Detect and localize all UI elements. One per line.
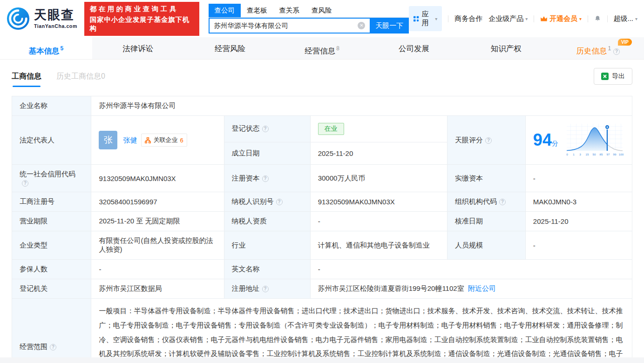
tianyancha-logo-icon [7,7,30,30]
search-box: ✕ [209,18,370,34]
field-label: 注册资本? [224,165,310,192]
help-icon[interactable]: ? [485,137,492,144]
table-row: 企业类型 有限责任公司(自然人投资或控股的法人独资) 行业 计算机、通信和其他电… [12,231,632,260]
table-row: 营业期限 2025-11-20 至 无固定期限 纳税人资质 - 核准日期 202… [12,212,632,231]
tab-development-label: 公司发展 [399,44,429,53]
divider [534,15,534,22]
notification-bell-icon[interactable] [594,14,601,23]
related-companies-badge[interactable]: 关联企业 6 [141,134,187,147]
tab-history-label: 历史信息 [576,47,607,55]
tab-legal-label: 法律诉讼 [122,44,153,53]
apps-grid-icon [414,15,419,22]
sub-tabbar: 工商信息 历史工商信息0 导出 [0,60,644,91]
divider [588,15,588,22]
tab-company-development[interactable]: 公司发展 [368,37,460,59]
clear-search-icon[interactable]: ✕ [358,22,365,29]
tianyancha-logo[interactable]: 天眼查 TianYanCha.com [7,7,77,30]
field-label: 法定代表人 [12,116,91,165]
chevron-down-icon: ▾ [635,16,637,21]
apps-label: 应用 [422,10,433,27]
paid-capital-value: - [525,165,632,192]
excel-icon [601,73,609,80]
business-scope-label: 经营范围 [20,343,47,350]
search-tab-company[interactable]: 查公司 [209,4,241,17]
field-label: 英文名称 [224,260,310,279]
tianyancha-page: 天眼查 TianYanCha.com 都在用的商业查询工具 国家中小企业发展子基… [0,0,644,363]
field-label: 营业期限 [12,212,91,231]
taxpayer-quality-value: - [310,212,447,231]
logo-domain: TianYanCha.com [34,24,77,29]
svg-text:97: 97 [607,153,610,156]
search-tab-relation[interactable]: 查关系 [273,4,306,17]
tab-operation-info[interactable]: 经营信息8 [276,37,368,59]
related-companies-label: 关联企业 [153,136,177,144]
credit-code-value: 91320509MAK0JMN03X [91,165,224,192]
nav-enterprise-label: 企业级产品 [488,14,523,23]
apps-menu[interactable]: 应用 ▾ [409,6,442,31]
help-icon[interactable]: ? [262,286,269,292]
tab-intellectual-property[interactable]: 知识产权 [460,37,552,59]
tab-history-info[interactable]: VIP 历史信息1? [552,37,644,59]
tab-operation-risk[interactable]: 经营风险 [184,37,276,59]
divider [607,15,608,22]
search-tab-boss[interactable]: 查老板 [241,4,273,17]
search-tab-risk[interactable]: 查风险 [305,4,338,17]
score-label: 天眼评分 [455,136,483,144]
reg-address-cell: 苏州市吴江区松陵街道夏蓉街199号20幢1102室 附近公司 [310,279,632,299]
subtab-history-business-info[interactable]: 历史工商信息0 [56,72,105,81]
status-badge: 在业 [318,123,344,135]
tab-count: 1 [608,45,611,52]
reg-status-label: 登记状态 [232,124,260,132]
search-input[interactable] [210,22,358,29]
table-row: 法定代表人 张 张健 关联企业 6 [12,116,632,142]
score-value: 94 [533,130,552,149]
svg-text:0: 0 [566,153,568,156]
field-label: 注册地址? [224,279,310,299]
legal-rep-link[interactable]: 张健 [123,136,137,145]
search-row: ✕ 天眼一下 [209,18,409,34]
avatar[interactable]: 张 [99,131,117,149]
search-button[interactable]: 天眼一下 [370,18,409,34]
field-label: 人员规模 [447,231,526,260]
chevron-down-icon: ▾ [525,16,528,21]
subtab-business-info[interactable]: 工商信息 [12,72,41,81]
slogan-line2: 国家中小企业发展子基金旗下机构 [90,15,194,33]
field-label: 企业名称 [12,96,91,116]
help-icon[interactable]: ? [262,126,269,132]
establish-date-value: 2025-11-20 [310,142,447,164]
tab-operation-label: 经营信息 [305,47,335,55]
english-name-value: - [310,260,632,279]
divider [448,15,448,22]
tab-legal-proceedings[interactable]: 法律诉讼 [92,37,184,59]
nearby-companies-link[interactable]: 附近公司 [468,284,496,292]
field-label: 登记状态? [224,116,310,142]
help-icon[interactable]: ? [262,175,269,182]
help-icon[interactable]: ? [276,199,283,205]
score-cell[interactable]: 94分 [525,116,632,165]
slogan-line1: 都在用的商业查询工具 [90,5,194,13]
reg-address-label: 注册地址 [232,284,260,292]
taxpayer-id-value: 91320509MAK0JMN03X [310,192,447,212]
nav-enterprise[interactable]: 企业级产品 ▾ [488,14,528,23]
table-row: 工商注册号 320584001596997 纳税人识别号? 91320509MA… [12,192,632,212]
nav-open-vip[interactable]: 开通会员 ▾ [540,14,582,23]
tab-basic-info[interactable]: 基本信息5 [0,37,92,59]
help-icon[interactable]: ? [499,199,506,205]
help-icon[interactable]: ? [613,48,620,55]
nav-account[interactable]: 超级... ▾ [613,14,637,23]
search-tabs: 查公司 查老板 查关系 查风险 [209,4,409,18]
svg-text:100: 100 [619,153,624,156]
svg-text:15: 15 [586,153,589,156]
help-icon[interactable]: ? [22,180,28,187]
field-label: 核准日期 [447,212,526,231]
taxpayer-id-label: 纳税人识别号 [232,197,274,205]
export-button[interactable]: 导出 [594,68,632,85]
export-label: 导出 [612,72,625,81]
site-header: 天眼查 TianYanCha.com 都在用的商业查询工具 国家中小企业发展子基… [0,0,644,37]
nav-open-vip-label: 开通会员 [549,14,577,23]
top-nav: 应用 ▾ 商务合作 企业级产品 ▾ 开通会员 ▾ [409,6,637,31]
field-label: 纳税人资质 [224,212,310,231]
help-icon[interactable]: ? [50,344,56,350]
field-label: 经营范围? [12,299,91,363]
nav-cooperation[interactable]: 商务合作 [454,14,482,23]
